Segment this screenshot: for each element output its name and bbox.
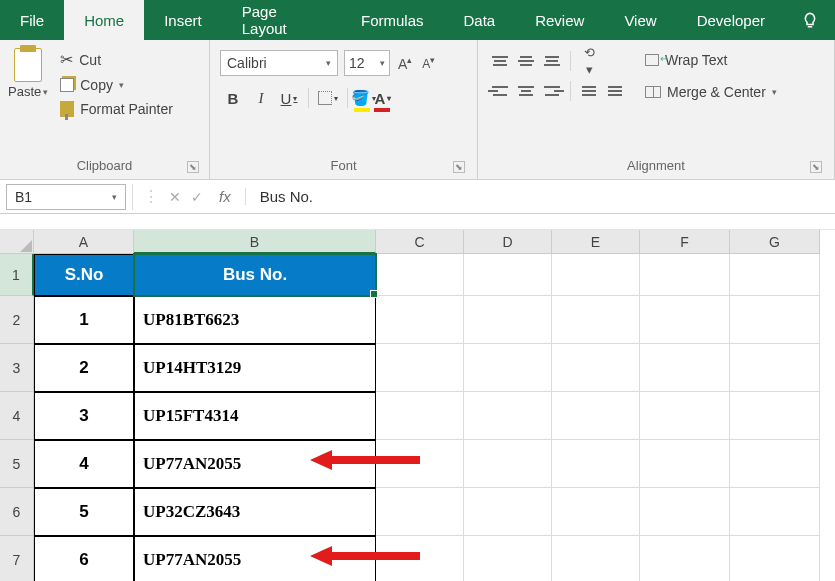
- cell-F6[interactable]: [640, 488, 730, 536]
- cell-F3[interactable]: [640, 344, 730, 392]
- cell-B7[interactable]: UP77AN2055: [134, 536, 376, 581]
- cell-B6[interactable]: UP32CZ3643: [134, 488, 376, 536]
- col-header-B[interactable]: B: [134, 230, 376, 254]
- cell-D3[interactable]: [464, 344, 552, 392]
- row-header-2[interactable]: 2: [0, 296, 34, 344]
- help-icon[interactable]: [785, 0, 835, 40]
- cut-button[interactable]: ✂Cut: [54, 48, 179, 71]
- cell-B5[interactable]: UP77AN2055: [134, 440, 376, 488]
- paste-button[interactable]: Paste▾: [8, 44, 54, 99]
- cell-A1[interactable]: S.No: [34, 254, 134, 296]
- cell-G7[interactable]: [730, 536, 820, 581]
- tab-home[interactable]: Home: [64, 0, 144, 40]
- cell-A6[interactable]: 5: [34, 488, 134, 536]
- row-header-5[interactable]: 5: [0, 440, 34, 488]
- cell-F1[interactable]: [640, 254, 730, 296]
- name-box[interactable]: B1▾: [6, 184, 126, 210]
- fill-color-button[interactable]: 🪣▾: [354, 86, 372, 110]
- dialog-launcher-icon[interactable]: ⬊: [810, 161, 822, 173]
- cell-G3[interactable]: [730, 344, 820, 392]
- row-header-7[interactable]: 7: [0, 536, 34, 581]
- col-header-E[interactable]: E: [552, 230, 640, 254]
- row-header-6[interactable]: 6: [0, 488, 34, 536]
- decrease-font-button[interactable]: A▾: [420, 55, 437, 71]
- cell-D4[interactable]: [464, 392, 552, 440]
- tab-data[interactable]: Data: [444, 0, 516, 40]
- cell-F7[interactable]: [640, 536, 730, 581]
- select-all-corner[interactable]: [0, 230, 34, 254]
- row-header-1[interactable]: 1: [0, 254, 34, 296]
- align-middle-button[interactable]: [514, 50, 538, 72]
- underline-button[interactable]: U▾: [276, 86, 302, 110]
- cell-D7[interactable]: [464, 536, 552, 581]
- cell-D1[interactable]: [464, 254, 552, 296]
- cell-C1[interactable]: [376, 254, 464, 296]
- wrap-text-button[interactable]: Wrap Text: [639, 50, 783, 70]
- col-header-F[interactable]: F: [640, 230, 730, 254]
- cell-D6[interactable]: [464, 488, 552, 536]
- col-header-G[interactable]: G: [730, 230, 820, 254]
- cell-G4[interactable]: [730, 392, 820, 440]
- cell-A7[interactable]: 6: [34, 536, 134, 581]
- cell-A3[interactable]: 2: [34, 344, 134, 392]
- cell-C6[interactable]: [376, 488, 464, 536]
- align-left-button[interactable]: [488, 80, 512, 102]
- merge-center-button[interactable]: Merge & Center▾: [639, 82, 783, 102]
- cell-G6[interactable]: [730, 488, 820, 536]
- cell-C3[interactable]: [376, 344, 464, 392]
- spreadsheet-grid[interactable]: A B C D E F G 1 S.No Bus No. 2 1 UP81BT6…: [0, 230, 835, 581]
- cell-G5[interactable]: [730, 440, 820, 488]
- cell-G2[interactable]: [730, 296, 820, 344]
- tab-formulas[interactable]: Formulas: [341, 0, 444, 40]
- row-header-4[interactable]: 4: [0, 392, 34, 440]
- cell-B1[interactable]: Bus No.: [134, 254, 376, 296]
- cell-F5[interactable]: [640, 440, 730, 488]
- cell-F4[interactable]: [640, 392, 730, 440]
- decrease-indent-button[interactable]: [577, 80, 601, 102]
- bold-button[interactable]: B: [220, 86, 246, 110]
- fx-label[interactable]: fx: [213, 188, 245, 205]
- tab-view[interactable]: View: [604, 0, 676, 40]
- cell-B2[interactable]: UP81BT6623: [134, 296, 376, 344]
- cell-E5[interactable]: [552, 440, 640, 488]
- borders-button[interactable]: ▾: [315, 86, 341, 110]
- cell-F2[interactable]: [640, 296, 730, 344]
- cell-E3[interactable]: [552, 344, 640, 392]
- tab-page-layout[interactable]: Page Layout: [222, 0, 341, 40]
- cell-B3[interactable]: UP14HT3129: [134, 344, 376, 392]
- cell-G1[interactable]: [730, 254, 820, 296]
- col-header-A[interactable]: A: [34, 230, 134, 254]
- cell-C5[interactable]: [376, 440, 464, 488]
- cell-D2[interactable]: [464, 296, 552, 344]
- increase-indent-button[interactable]: [603, 80, 627, 102]
- tab-insert[interactable]: Insert: [144, 0, 222, 40]
- cell-E4[interactable]: [552, 392, 640, 440]
- italic-button[interactable]: I: [248, 86, 274, 110]
- cell-C7[interactable]: [376, 536, 464, 581]
- orientation-button[interactable]: ⟲▾: [577, 50, 601, 72]
- cell-A4[interactable]: 3: [34, 392, 134, 440]
- col-header-C[interactable]: C: [376, 230, 464, 254]
- align-bottom-button[interactable]: [540, 50, 564, 72]
- cell-E6[interactable]: [552, 488, 640, 536]
- cell-A2[interactable]: 1: [34, 296, 134, 344]
- cell-C4[interactable]: [376, 392, 464, 440]
- cell-E1[interactable]: [552, 254, 640, 296]
- tab-developer[interactable]: Developer: [677, 0, 785, 40]
- align-center-button[interactable]: [514, 80, 538, 102]
- font-color-button[interactable]: A▾: [374, 86, 392, 110]
- cell-D5[interactable]: [464, 440, 552, 488]
- font-size-select[interactable]: 12▾: [344, 50, 390, 76]
- cell-E2[interactable]: [552, 296, 640, 344]
- cell-B4[interactable]: UP15FT4314: [134, 392, 376, 440]
- font-name-select[interactable]: Calibri▾: [220, 50, 338, 76]
- row-header-3[interactable]: 3: [0, 344, 34, 392]
- accept-formula-button[interactable]: ✓: [191, 189, 203, 205]
- copy-button[interactable]: Copy▾: [54, 75, 179, 95]
- format-painter-button[interactable]: Format Painter: [54, 99, 179, 119]
- increase-font-button[interactable]: A▴: [396, 55, 414, 72]
- tab-review[interactable]: Review: [515, 0, 604, 40]
- formula-input[interactable]: Bus No.: [245, 188, 835, 205]
- col-header-D[interactable]: D: [464, 230, 552, 254]
- cell-A5[interactable]: 4: [34, 440, 134, 488]
